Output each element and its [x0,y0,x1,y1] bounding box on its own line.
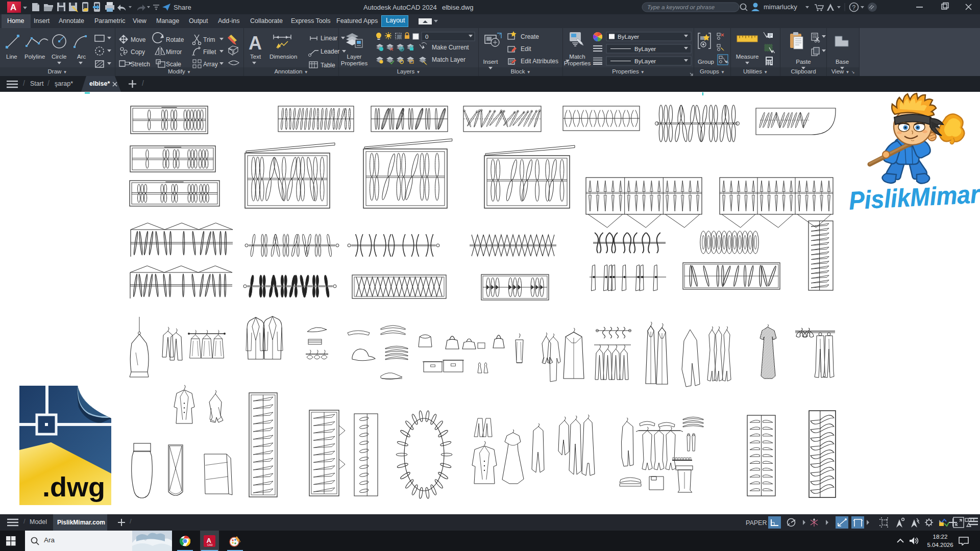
svg-text:Match Layer: Match Layer [432,56,465,63]
svg-text:Edit Attributes: Edit Attributes [521,58,558,65]
svg-text:A: A [10,3,16,12]
svg-text:0: 0 [425,34,428,40]
svg-text:Properties: Properties [341,60,368,66]
svg-text:Circle: Circle [52,54,66,60]
svg-text:?: ? [852,4,856,11]
svg-text:Measure: Measure [736,54,759,60]
svg-text:Edit: Edit [521,45,531,53]
svg-text:Scale: Scale [166,61,181,68]
svg-text:mimarlucky: mimarlucky [764,3,797,11]
svg-text:Table: Table [321,62,335,69]
svg-text:Rotate: Rotate [166,36,184,43]
svg-text:Arc: Arc [77,54,86,60]
svg-text:Linear: Linear [321,35,337,42]
svg-text:Copy: Copy [131,48,145,56]
svg-text:PAPER: PAPER [746,519,767,527]
svg-text:Properties: Properties [564,60,591,66]
svg-text:Autodesk AutoCAD 2024: Autodesk AutoCAD 2024 [363,4,437,11]
svg-text:Create: Create [521,33,539,40]
svg-text:ByLayer: ByLayer [618,34,639,40]
svg-text:PislikMimar: PislikMimar [848,180,980,215]
svg-text:Dimension: Dimension [270,54,297,60]
svg-text:Match: Match [569,54,585,60]
svg-text:elbise.dwg: elbise.dwg [442,4,473,11]
svg-text:Line: Line [6,54,17,60]
svg-text:Layer: Layer [347,54,362,60]
svg-text:.dwg: .dwg [42,471,105,502]
svg-text:Move: Move [131,36,146,43]
svg-text:Mirror: Mirror [166,48,182,56]
svg-text:CAD: CAD [207,543,213,546]
svg-text:Type a keyword or phrase: Type a keyword or phrase [647,4,715,10]
svg-text:Insert: Insert [483,59,499,65]
svg-text:ByLayer: ByLayer [634,58,656,64]
svg-text:Array: Array [203,61,218,68]
svg-text:Trim: Trim [203,36,215,43]
svg-text:Fillet: Fillet [203,48,216,56]
svg-text:Share: Share [174,4,191,11]
svg-text:Group: Group [698,59,714,65]
svg-text:Polyline: Polyline [24,54,45,60]
svg-text:ByLayer: ByLayer [634,46,656,52]
svg-text:Base: Base [836,59,849,65]
svg-text:Text: Text [250,54,261,60]
svg-text:A: A [249,33,262,54]
svg-text:Stretch: Stretch [131,61,150,68]
svg-text:Leader: Leader [321,48,339,55]
svg-text:Paste: Paste [796,59,811,65]
svg-text:Make Current: Make Current [432,44,469,51]
